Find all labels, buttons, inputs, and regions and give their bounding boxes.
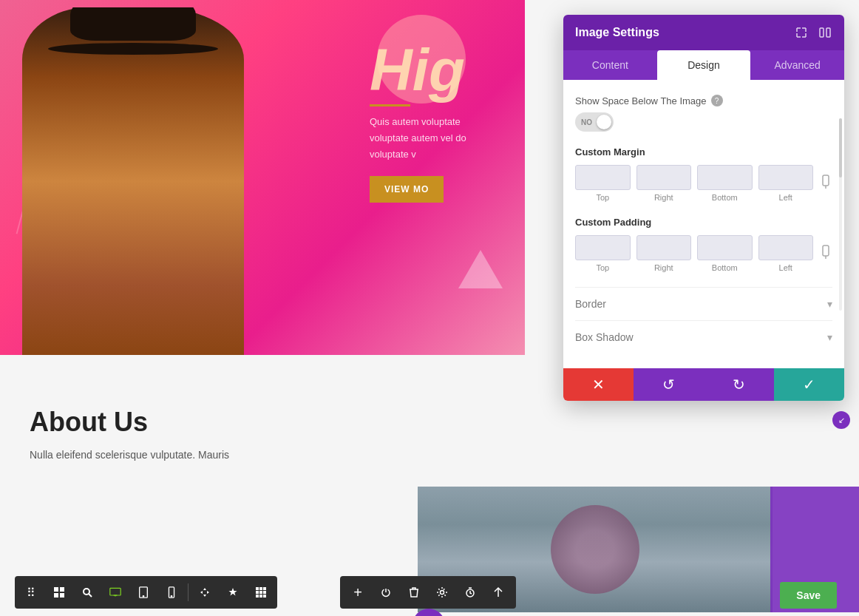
- bottom-toolbar-left: ⠿: [15, 576, 277, 609]
- save-button[interactable]: Save: [780, 582, 837, 609]
- margin-top-input[interactable]: [575, 165, 631, 190]
- panel-header: Image Settings: [563, 15, 844, 50]
- padding-bottom-wrapper: Bottom: [697, 235, 753, 272]
- padding-link-icon[interactable]: [819, 245, 832, 263]
- svg-point-4: [84, 589, 89, 595]
- border-header[interactable]: Border ▾: [575, 298, 832, 310]
- custom-margin-setting: Custom Margin Top Right Bottom Left: [575, 146, 832, 202]
- show-space-toggle[interactable]: NO: [575, 112, 832, 132]
- hero-subtitle: Quis autem voluptate voluptate autem vel…: [370, 114, 495, 163]
- toolbar-btn-tablet[interactable]: [130, 579, 157, 606]
- padding-right-wrapper: Right: [636, 235, 692, 272]
- svg-point-12: [171, 596, 172, 597]
- toolbar-btn-grid-view[interactable]: [248, 579, 274, 606]
- svg-rect-28: [823, 246, 829, 256]
- toggle-track[interactable]: NO: [575, 112, 614, 132]
- panel-scrollbar-thumb: [839, 118, 842, 177]
- toolbar-btn-star[interactable]: [220, 579, 246, 606]
- padding-left-label: Left: [779, 263, 792, 272]
- svg-rect-0: [54, 587, 58, 592]
- custom-margin-title: Custom Margin: [575, 146, 832, 158]
- margin-top-wrapper: Top: [575, 165, 631, 202]
- woman-body: [22, 7, 244, 355]
- panel-expand-btn[interactable]: [794, 25, 809, 40]
- resize-handle[interactable]: ↙: [832, 411, 850, 429]
- panel-scrollbar[interactable]: [839, 118, 842, 311]
- svg-rect-3: [60, 593, 64, 598]
- footer-redo-btn[interactable]: ↻: [704, 368, 774, 401]
- padding-left-wrapper: Left: [758, 235, 814, 272]
- toolbar-timer-btn[interactable]: [457, 579, 483, 606]
- footer-close-icon: ✕: [592, 376, 605, 393]
- hero-triangle: [458, 250, 503, 288]
- panel-header-icons: [794, 25, 832, 40]
- show-space-help[interactable]: ?: [711, 95, 723, 106]
- toggle-knob: [597, 115, 611, 129]
- svg-rect-2: [54, 593, 58, 598]
- box-shadow-header[interactable]: Box Shadow ▾: [575, 331, 832, 343]
- image-settings-panel: Image Settings Content Design Advanced S…: [563, 15, 844, 401]
- padding-top-wrapper: Top: [575, 235, 631, 272]
- box-shadow-section: Box Shadow ▾: [575, 320, 832, 353]
- svg-point-22: [441, 591, 444, 595]
- custom-padding-setting: Custom Padding Top Right Bottom Left: [575, 217, 832, 272]
- toolbar-divider-1: [188, 583, 189, 601]
- margin-right-input[interactable]: [636, 165, 692, 190]
- svg-rect-24: [820, 28, 824, 37]
- padding-top-input[interactable]: [575, 235, 631, 260]
- toolbar-delete-btn[interactable]: [401, 579, 427, 606]
- footer-redo-icon: ↻: [733, 376, 745, 393]
- svg-rect-18: [263, 591, 266, 594]
- hero-cta-button[interactable]: VIEW MO: [370, 176, 444, 203]
- tab-content[interactable]: Content: [563, 50, 657, 80]
- toolbar-btn-layout[interactable]: [46, 579, 72, 606]
- toolbar-more-btn[interactable]: [485, 579, 512, 606]
- toolbar-settings-btn[interactable]: [429, 579, 455, 606]
- padding-inputs: Top Right Bottom Left: [575, 235, 832, 272]
- border-section: Border ▾: [575, 287, 832, 320]
- margin-inputs: Top Right Bottom Left: [575, 165, 832, 202]
- toolbar-power-btn[interactable]: [373, 579, 399, 606]
- about-section: About Us Nulla eleifend scelerisque vulp…: [0, 385, 414, 485]
- svg-rect-20: [259, 595, 262, 598]
- margin-link-icon[interactable]: [819, 175, 832, 193]
- padding-bottom-input[interactable]: [697, 235, 753, 260]
- svg-rect-26: [823, 175, 829, 186]
- padding-right-input[interactable]: [636, 235, 692, 260]
- svg-rect-17: [259, 591, 262, 594]
- toolbar-btn-mobile[interactable]: [158, 579, 185, 606]
- svg-rect-16: [256, 591, 259, 594]
- spacer: [0, 355, 414, 385]
- toolbar-btn-desktop[interactable]: [102, 579, 129, 606]
- svg-rect-15: [263, 587, 266, 590]
- padding-left-input[interactable]: [758, 235, 814, 260]
- svg-rect-14: [259, 587, 262, 590]
- toggle-label: NO: [581, 118, 592, 126]
- svg-rect-25: [826, 28, 830, 37]
- toolbar-add-btn[interactable]: +: [344, 579, 371, 606]
- margin-bottom-wrapper: Bottom: [697, 165, 753, 202]
- person-circle: [551, 505, 639, 594]
- svg-rect-19: [256, 595, 259, 598]
- show-space-label: Show Space Below The Image ?: [575, 95, 832, 106]
- footer-confirm-btn[interactable]: ✓: [774, 368, 844, 401]
- toolbar-btn-move[interactable]: [191, 579, 218, 606]
- toolbar-btn-search[interactable]: [74, 579, 101, 606]
- tab-design[interactable]: Design: [657, 50, 751, 80]
- hat-brim: [48, 43, 218, 55]
- margin-bottom-input[interactable]: [697, 165, 753, 190]
- panel-columns-btn[interactable]: [818, 25, 832, 40]
- box-shadow-chevron-icon: ▾: [827, 331, 832, 343]
- margin-left-input[interactable]: [758, 165, 814, 190]
- padding-right-label: Right: [654, 263, 673, 272]
- footer-close-btn[interactable]: ✕: [563, 368, 634, 401]
- toolbar-btn-dots[interactable]: ⠿: [18, 579, 44, 606]
- footer-undo-btn[interactable]: ↺: [634, 368, 704, 401]
- svg-rect-13: [256, 587, 259, 590]
- custom-padding-title: Custom Padding: [575, 217, 832, 228]
- border-chevron-icon: ▾: [827, 298, 832, 310]
- footer-undo-icon: ↺: [662, 376, 675, 393]
- about-body-text: Nulla eleifend scelerisque vulputate. Ma…: [30, 447, 384, 463]
- tab-advanced[interactable]: Advanced: [750, 50, 844, 80]
- margin-right-label: Right: [654, 193, 673, 202]
